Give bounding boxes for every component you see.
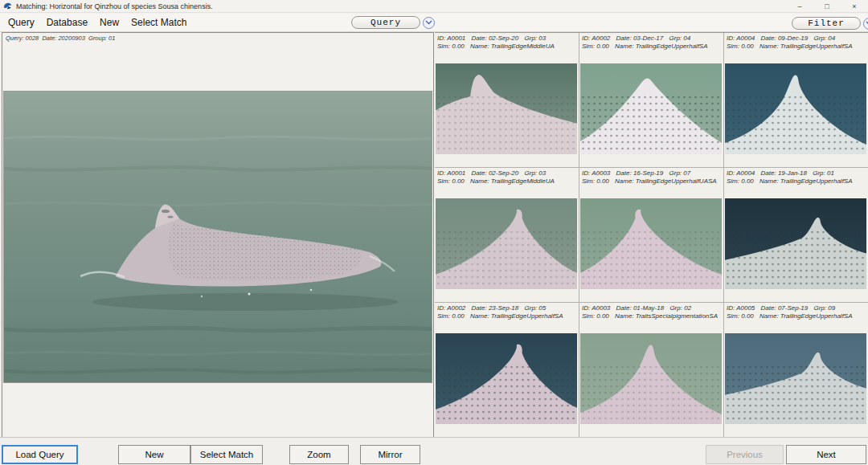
close-button[interactable]: × — [841, 0, 868, 13]
match-name: TrailingEdgeMiddleUA — [491, 177, 555, 185]
maximize-button[interactable]: □ — [813, 0, 841, 13]
match-name: TrailingEdgeUpperhalfSA — [491, 312, 563, 320]
match-photo[interactable] — [725, 333, 866, 424]
match-sim-label: Sim: — [582, 177, 595, 185]
app-window: Matching: Horizontal for Qinzhou of spec… — [0, 0, 868, 465]
match-sim: 0.00 — [452, 43, 465, 50]
match-date: 16-Sep-19 — [633, 169, 663, 177]
new-button[interactable]: New — [118, 445, 190, 464]
match-id-label: ID: — [437, 169, 445, 177]
match-id-label: ID: — [582, 169, 590, 177]
match-grp-label: Grp: — [525, 304, 538, 312]
match-name-label: Name: — [760, 312, 779, 320]
query-image[interactable] — [3, 91, 432, 383]
match-sim-label: Sim: — [727, 43, 739, 50]
match-photo[interactable] — [436, 63, 577, 154]
query-caption: Query: 0028 Date: 20200903 Group: 01 — [2, 33, 433, 43]
zoom-button[interactable]: Zoom — [289, 445, 349, 464]
match-grp-label: Grp: — [669, 304, 682, 312]
match-name-label: Name: — [760, 177, 779, 185]
match-date-label: Date: — [616, 169, 632, 177]
match-cell[interactable]: ID: A0002 Date: 03-Dec-17 Grp: 04 Sim: 0… — [579, 33, 723, 167]
match-grp-label: Grp: — [814, 35, 827, 42]
load-query-button[interactable]: Load Query — [2, 445, 78, 464]
match-id-label: ID: — [437, 304, 445, 312]
menu-bar: Query Database New Select Match Query Fi… — [0, 14, 868, 32]
match-name-label: Name: — [760, 43, 779, 50]
match-caption: ID: A0003 Date: 16-Sep-19 Grp: 07 Sim: 0… — [579, 168, 723, 187]
query-chevron-down-icon[interactable] — [423, 17, 435, 29]
match-photo[interactable] — [436, 333, 577, 424]
match-id: A0004 — [736, 169, 755, 177]
match-caption: ID: A0002 Date: 23-Sep-18 Grp: 05 Sim: 0… — [435, 303, 579, 322]
match-sim: 0.00 — [741, 312, 754, 320]
match-name-label: Name: — [615, 312, 634, 320]
match-grp-label: Grp: — [669, 35, 682, 42]
match-date-label: Date: — [761, 35, 776, 42]
match-grp: 05 — [538, 304, 546, 312]
match-caption: ID: A0005 Date: 07-Sep-19 Grp: 09 Sim: 0… — [724, 303, 868, 322]
match-cell[interactable]: ID: A0002 Date: 23-Sep-18 Grp: 05 Sim: 0… — [435, 303, 579, 437]
match-date: 01-May-18 — [633, 304, 664, 312]
match-caption: ID: A0001 Date: 02-Sep-20 Grp: 03 Sim: 0… — [435, 168, 579, 187]
menu-item-select-match[interactable]: Select Match — [131, 17, 186, 28]
match-caption: ID: A0002 Date: 03-Dec-17 Grp: 04 Sim: 0… — [579, 33, 723, 52]
match-date-label: Date: — [761, 169, 776, 177]
titlebar[interactable]: Matching: Horizontal for Qinzhou of spec… — [0, 0, 868, 13]
match-cell[interactable]: ID: A0004 Date: 09-Dec-19 Grp: 04 Sim: 0… — [724, 33, 868, 167]
match-sim-label: Sim: — [727, 177, 739, 185]
match-photo[interactable] — [580, 198, 722, 289]
match-date-label: Date: — [472, 35, 487, 42]
match-id: A0002 — [447, 304, 465, 312]
previous-button[interactable]: Previous — [706, 445, 784, 464]
menu-item-new[interactable]: New — [100, 17, 119, 28]
menu-item-database[interactable]: Database — [47, 17, 88, 28]
match-name-label: Name: — [470, 43, 489, 50]
match-caption: ID: A0001 Date: 02-Sep-20 Grp: 03 Sim: 0… — [435, 33, 579, 52]
match-date-label: Date: — [761, 304, 776, 312]
match-cell[interactable]: ID: A0001 Date: 02-Sep-20 Grp: 03 Sim: 0… — [435, 168, 579, 302]
minimize-button[interactable]: – — [786, 0, 813, 13]
match-id: A0001 — [447, 35, 465, 42]
mirror-button[interactable]: Mirror — [360, 445, 420, 464]
match-sim: 0.00 — [741, 43, 754, 50]
match-cell[interactable]: ID: A0001 Date: 02-Sep-20 Grp: 03 Sim: 0… — [435, 33, 579, 167]
match-sim-label: Sim: — [582, 312, 595, 320]
match-cell[interactable]: ID: A0003 Date: 16-Sep-19 Grp: 07 Sim: 0… — [579, 168, 723, 302]
next-button[interactable]: Next — [786, 445, 866, 464]
match-photo[interactable] — [436, 198, 577, 289]
match-cell[interactable]: ID: A0005 Date: 07-Sep-19 Grp: 09 Sim: 0… — [724, 303, 868, 437]
match-sim-label: Sim: — [437, 177, 450, 185]
match-photo[interactable] — [580, 333, 722, 424]
footer-bar: Load Query New Select Match Zoom Mirror … — [0, 437, 868, 465]
match-grid: ID: A0001 Date: 02-Sep-20 Grp: 03 Sim: 0… — [435, 32, 868, 437]
select-match-button[interactable]: Select Match — [190, 445, 263, 464]
match-date: 19-Jan-18 — [778, 169, 807, 177]
match-cell[interactable]: ID: A0003 Date: 01-May-18 Grp: 02 Sim: 0… — [579, 303, 723, 437]
match-photo[interactable] — [725, 63, 866, 154]
query-dropdown-button[interactable]: Query — [351, 16, 420, 29]
window-title: Matching: Horizontal for Qinzhou of spec… — [16, 2, 213, 10]
match-name: TrailingEdgeMiddleUA — [491, 43, 555, 50]
match-photo[interactable] — [580, 63, 722, 154]
match-cell[interactable]: ID: A0004 Date: 19-Jan-18 Grp: 01 Sim: 0… — [724, 168, 868, 302]
match-caption: ID: A0004 Date: 09-Dec-19 Grp: 04 Sim: 0… — [724, 33, 868, 52]
match-grp-label: Grp: — [669, 169, 682, 177]
match-sim: 0.00 — [596, 43, 609, 50]
match-date-label: Date: — [472, 169, 487, 177]
match-grp: 07 — [683, 169, 690, 177]
menu-item-query[interactable]: Query — [8, 17, 35, 28]
match-id-label: ID: — [727, 304, 735, 312]
match-sim-label: Sim: — [437, 43, 450, 50]
match-name: TrailingEdgeUpperhalfSA — [780, 177, 853, 185]
match-photo[interactable] — [725, 198, 866, 289]
match-sim: 0.00 — [596, 177, 609, 185]
match-id: A0002 — [592, 35, 610, 42]
match-caption: ID: A0003 Date: 01-May-18 Grp: 02 Sim: 0… — [579, 303, 723, 322]
match-date: 02-Sep-20 — [489, 35, 518, 42]
filter-chevron-down-icon[interactable] — [863, 18, 868, 30]
filter-dropdown-button[interactable]: Filter — [792, 17, 861, 30]
match-id: A0001 — [447, 169, 465, 177]
match-name: TrailingEdgeUpperhalfSA — [780, 43, 853, 50]
match-sim-label: Sim: — [582, 43, 595, 50]
